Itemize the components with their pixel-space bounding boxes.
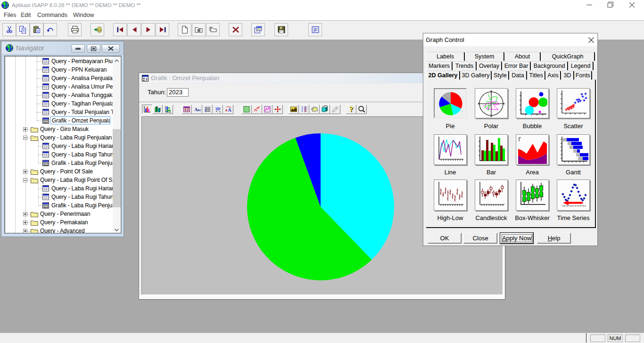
svg-text:a: a: [225, 107, 228, 112]
svg-text:?: ?: [349, 106, 353, 113]
svg-text:OK: OK: [44, 120, 48, 123]
svg-text:3: 3: [205, 110, 206, 113]
svg-text:OK: OK: [44, 163, 48, 165]
svg-text:OK: OK: [44, 205, 48, 208]
svg-text:A: A: [228, 107, 231, 113]
svg-text:BC: BC: [198, 108, 201, 112]
svg-text:3D: 3D: [215, 106, 221, 111]
